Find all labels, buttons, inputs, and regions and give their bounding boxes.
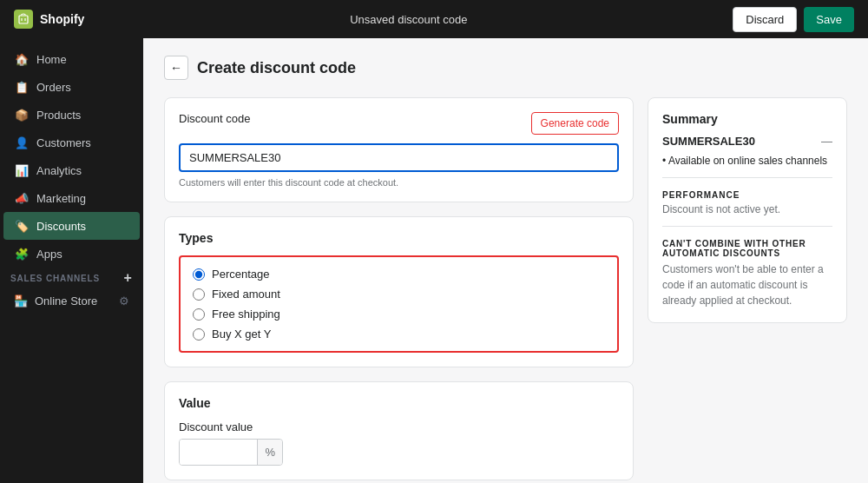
type-freeshipping-label: Free shipping	[212, 308, 280, 321]
page-title: Create discount code	[197, 59, 356, 77]
type-buyx-label: Buy X get Y	[212, 328, 271, 341]
discount-value-input-wrapper: %	[179, 439, 283, 466]
discount-value-input[interactable]	[180, 440, 257, 465]
discard-button[interactable]: Discard	[733, 7, 797, 32]
online-store-left: 🏪 Online Store	[14, 294, 97, 308]
home-icon: 🏠	[14, 51, 30, 67]
summary-availability: Available on online sales channels	[662, 155, 832, 167]
types-card: Types Percentage Fixed amount	[164, 216, 634, 367]
discount-code-input[interactable]	[179, 143, 619, 172]
top-navigation: Shopify Unsaved discount code Discard Sa…	[0, 0, 868, 38]
discount-code-label: Discount code	[179, 112, 250, 125]
types-title: Types	[179, 231, 619, 245]
summary-card: Summary SUMMERSALE30 — Available on onli…	[648, 97, 847, 323]
sidebar-item-customers[interactable]: 👤 Customers	[3, 129, 140, 156]
summary-code-row: SUMMERSALE30 —	[662, 135, 832, 148]
type-fixed-label: Fixed amount	[212, 288, 280, 301]
types-radio-group: Percentage Fixed amount Free shipping	[193, 268, 605, 341]
discount-code-card: Discount code Generate code Customers wi…	[164, 97, 634, 202]
performance-value: Discount is not active yet.	[662, 203, 832, 215]
cant-combine-label: CAN'T COMBINE WITH OTHER AUTOMATIC DISCO…	[662, 239, 832, 258]
type-fixed[interactable]: Fixed amount	[193, 288, 605, 301]
summary-divider-1	[662, 177, 832, 178]
type-buyx-radio[interactable]	[193, 328, 205, 341]
cant-combine-text: Customers won't be able to enter a code …	[662, 261, 832, 308]
analytics-icon: 📊	[14, 162, 30, 178]
customers-icon: 👤	[14, 135, 30, 150]
page-status: Unsaved discount code	[350, 13, 467, 26]
discount-value-label: Discount value	[179, 420, 619, 433]
summary-title: Summary	[662, 112, 832, 126]
save-button[interactable]: Save	[804, 7, 854, 32]
generate-code-button[interactable]: Generate code	[531, 112, 619, 135]
sales-channels-section: SALES CHANNELS +	[0, 268, 143, 288]
top-nav-actions: Discard Save	[733, 7, 854, 32]
type-percentage-label: Percentage	[212, 268, 270, 281]
summary-divider-2	[662, 226, 832, 227]
percent-suffix: %	[257, 440, 282, 465]
discount-code-hint: Customers will enter this discount code …	[179, 177, 619, 188]
logo: Shopify	[14, 10, 84, 29]
sidebar-item-home[interactable]: 🏠 Home	[3, 45, 140, 73]
sales-channels-label: SALES CHANNELS	[10, 274, 100, 283]
type-percentage[interactable]: Percentage	[193, 268, 605, 281]
sidebar-item-orders[interactable]: 📋 Orders	[3, 73, 140, 101]
online-store-settings-icon[interactable]: ⚙	[119, 294, 129, 308]
shopify-logo-icon	[14, 10, 33, 29]
performance-section: PERFORMANCE Discount is not active yet.	[662, 190, 832, 215]
svg-rect-0	[19, 16, 28, 23]
type-buyx[interactable]: Buy X get Y	[193, 328, 605, 341]
content-sidebar: Summary SUMMERSALE30 — Available on onli…	[648, 97, 847, 483]
back-button[interactable]: ←	[164, 56, 188, 80]
performance-label: PERFORMANCE	[662, 190, 832, 200]
types-box: Percentage Fixed amount Free shipping	[179, 255, 619, 353]
sidebar-item-analytics[interactable]: 📊 Analytics	[3, 156, 140, 184]
page-header: ← Create discount code	[164, 56, 847, 80]
apps-icon: 🧩	[14, 246, 30, 261]
page-layout: 🏠 Home 📋 Orders 📦 Products 👤 Customers 📊…	[0, 0, 868, 483]
discounts-icon: 🏷️	[14, 218, 30, 234]
marketing-icon: 📣	[14, 190, 30, 206]
sidebar-item-marketing[interactable]: 📣 Marketing	[3, 184, 140, 212]
type-freeshipping-radio[interactable]	[193, 308, 205, 321]
discount-code-header: Discount code Generate code	[179, 112, 619, 135]
sidebar-item-online-store[interactable]: 🏪 Online Store ⚙	[3, 288, 140, 314]
type-fixed-radio[interactable]	[193, 288, 205, 301]
type-percentage-radio[interactable]	[193, 268, 205, 281]
sidebar-item-discounts[interactable]: 🏷️ Discounts	[3, 212, 140, 240]
sidebar: 🏠 Home 📋 Orders 📦 Products 👤 Customers 📊…	[0, 38, 143, 483]
sidebar-item-products[interactable]: 📦 Products	[3, 101, 140, 129]
main-content: ← Create discount code Discount code Gen…	[143, 38, 868, 483]
online-store-icon: 🏪	[14, 294, 28, 308]
sidebar-item-apps[interactable]: 🧩 Apps	[3, 240, 140, 268]
content-main: Discount code Generate code Customers wi…	[164, 97, 634, 483]
summary-code-value: SUMMERSALE30	[662, 135, 755, 148]
value-card: Value Discount value %	[164, 381, 634, 480]
summary-dash: —	[821, 135, 832, 148]
content-grid: Discount code Generate code Customers wi…	[164, 97, 847, 483]
shopify-wordmark: Shopify	[40, 12, 84, 26]
type-freeshipping[interactable]: Free shipping	[193, 308, 605, 321]
value-title: Value	[179, 396, 619, 410]
products-icon: 📦	[14, 107, 30, 122]
orders-icon: 📋	[14, 79, 30, 95]
cant-combine-section: CAN'T COMBINE WITH OTHER AUTOMATIC DISCO…	[662, 239, 832, 308]
add-sales-channel-button[interactable]: +	[123, 271, 133, 285]
